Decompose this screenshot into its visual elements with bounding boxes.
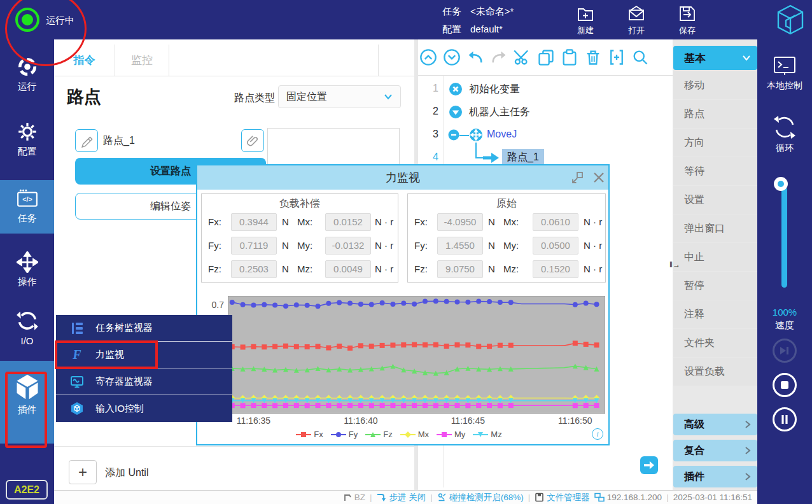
paste-icon[interactable]: [561, 48, 578, 66]
loop-button[interactable]: 循环: [757, 115, 812, 154]
sidebar-item-task[interactable]: </> 任务: [0, 188, 54, 225]
menu-item-register-monitor[interactable]: 寄存器监视器: [56, 368, 232, 395]
panel-collapse-handle[interactable]: ‖→: [669, 260, 680, 269]
bz-status[interactable]: BZ: [343, 493, 365, 502]
command-item-pause[interactable]: 暂停: [673, 272, 757, 300]
close-icon[interactable]: [592, 171, 606, 185]
command-item-waypoint[interactable]: 路点: [673, 100, 757, 128]
robot-model-badge[interactable]: A2E2: [6, 480, 48, 500]
copy-icon[interactable]: [537, 48, 555, 66]
command-item-label: 方向: [684, 136, 704, 150]
task-tree-icon: [70, 321, 84, 335]
command-group-composite[interactable]: 复合: [673, 440, 757, 461]
step-next-button[interactable]: [640, 456, 658, 474]
command-item-comment[interactable]: 注释: [673, 300, 757, 328]
datetime: 2025-03-01 11:16:51: [673, 493, 752, 502]
info-icon[interactable]: i: [592, 428, 603, 440]
force-chart-plot: [228, 296, 605, 414]
force-label: Fz:: [208, 263, 221, 274]
force-label: Fy:: [208, 240, 221, 251]
tree-row-init-vars[interactable]: 1 初始化变量: [418, 78, 673, 101]
collapse-all-icon[interactable]: [419, 48, 437, 66]
command-item-abort[interactable]: 中止: [673, 243, 757, 271]
sidebar-item-io[interactable]: I/O: [0, 309, 54, 346]
torque-unit: N · r: [375, 216, 393, 227]
collision-detect-status[interactable]: 碰撞检测开启(68%): [437, 492, 524, 503]
redo-icon[interactable]: [490, 48, 508, 66]
undo-icon[interactable]: [466, 48, 484, 66]
plugin-popup-menu: 任务树监视器 F 力监视 寄存器监视器 输入IO控制: [56, 315, 232, 422]
status-dot-icon: [22, 14, 33, 25]
command-item-label: 注释: [684, 308, 704, 321]
movej-icon: [469, 128, 483, 142]
right-arrow-icon: [643, 460, 655, 470]
command-item-folder[interactable]: 文件夹: [673, 329, 757, 357]
menu-item-label: 力监视: [95, 349, 124, 361]
menu-item-input-io-control[interactable]: 输入IO控制: [56, 395, 232, 422]
speed-slider-handle[interactable]: [774, 177, 788, 191]
waypoint-type-value: 固定位置: [286, 90, 327, 104]
delete-icon[interactable]: [584, 48, 602, 66]
file-manager-button[interactable]: 文件管理器: [535, 492, 590, 503]
force-value: 0.3944: [231, 213, 277, 231]
step-icon: [376, 493, 386, 502]
force-label: Fx:: [208, 216, 221, 227]
legend-item: Mx: [400, 430, 429, 439]
tab-instruction[interactable]: 指令: [54, 45, 115, 76]
command-item-set-payload[interactable]: 设置负载: [673, 358, 757, 386]
save-task-label: 保存: [679, 25, 696, 35]
command-item-popup[interactable]: 弹出窗口: [673, 214, 757, 242]
load-compensation-group: 负载补偿 Fx: 0.3944 N Mx: 0.0152 N · r Fy: 0…: [201, 193, 398, 283]
new-task-button[interactable]: 新建: [568, 4, 603, 36]
replace-icon[interactable]: [608, 48, 626, 66]
command-item-wait[interactable]: 等待: [673, 157, 757, 185]
force-value: 9.0750: [437, 260, 483, 278]
tree-row-main-task[interactable]: 2 机器人主任务: [418, 101, 673, 123]
add-until-button[interactable]: +: [69, 460, 97, 484]
cut-icon[interactable]: [514, 48, 531, 66]
tree-node-label: 机器人主任务: [469, 106, 530, 119]
command-item-set[interactable]: 设置: [673, 186, 757, 214]
open-task-button[interactable]: 打开: [619, 4, 654, 36]
waypoint-type-select[interactable]: 固定位置: [278, 85, 401, 108]
sidebar-item-label: 插件: [18, 404, 37, 416]
sidebar-item-label: 操作: [18, 276, 37, 288]
command-group-basic[interactable]: 基本: [673, 46, 757, 70]
command-item-label: 中止: [684, 251, 704, 264]
command-group-plugin[interactable]: 插件: [673, 466, 757, 487]
link-waypoint-button[interactable]: [241, 129, 264, 152]
tree-row-movej[interactable]: 3 MoveJ: [418, 123, 673, 146]
expand-all-icon[interactable]: [443, 48, 461, 66]
force-label: Fx:: [414, 216, 428, 227]
command-group-label: 插件: [684, 470, 704, 484]
step-run-button[interactable]: [773, 339, 797, 363]
restore-window-icon[interactable]: [570, 171, 584, 185]
sidebar-item-plugin[interactable]: 插件: [0, 373, 54, 416]
menu-item-task-tree-monitor[interactable]: 任务树监视器: [56, 315, 232, 342]
command-item-direction[interactable]: 方向: [673, 129, 757, 157]
sidebar-item-run[interactable]: 运行: [0, 56, 54, 93]
command-item-label: 路点: [684, 108, 704, 121]
save-task-button[interactable]: 保存: [669, 4, 705, 36]
local-control-button[interactable]: 本地控制: [757, 55, 812, 92]
sidebar-item-operate[interactable]: 操作: [0, 251, 54, 288]
sidebar-item-config[interactable]: 配置: [0, 121, 54, 158]
step-mode-status[interactable]: 步进 关闭: [376, 492, 426, 503]
tool-icon: [343, 493, 352, 502]
tab-monitor[interactable]: 监控: [115, 45, 169, 76]
menu-item-force-monitor[interactable]: F 力监视: [56, 342, 232, 368]
command-group-advanced[interactable]: 高级: [673, 414, 757, 435]
stop-button[interactable]: [773, 373, 797, 397]
new-task-label: 新建: [577, 25, 594, 35]
speed-slider[interactable]: [781, 187, 787, 288]
collapse-node-icon[interactable]: [448, 129, 459, 141]
dialog-header[interactable]: 力监视: [197, 165, 608, 190]
search-icon[interactable]: [631, 48, 649, 66]
speed-percent: 100%: [757, 307, 812, 318]
rename-waypoint-button[interactable]: [75, 129, 98, 152]
command-item-move[interactable]: 移动: [673, 71, 757, 99]
network-status[interactable]: 192.168.1.200: [594, 493, 662, 502]
legend-item: Mz: [473, 430, 501, 439]
pause-button[interactable]: [773, 407, 797, 431]
torque-label: Mx:: [503, 216, 519, 227]
